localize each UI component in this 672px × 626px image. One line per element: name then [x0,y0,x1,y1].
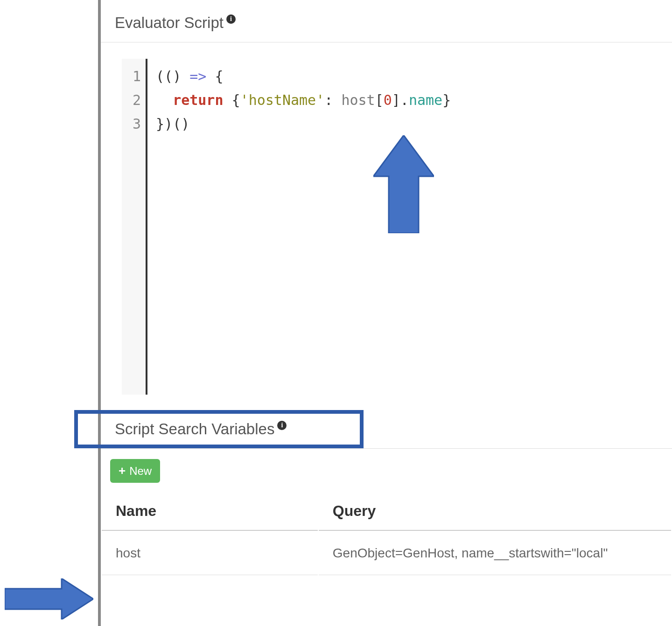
new-button[interactable]: + New [110,459,160,483]
column-header-query: Query [319,498,671,531]
code-token [333,92,341,108]
code-token [156,92,173,108]
code-token: host [341,92,375,108]
code-token: ) [164,116,173,132]
new-button-label: New [129,465,152,478]
code-token: ( [173,116,181,132]
code-token: 0 [384,92,392,108]
annotation-arrow-right-icon [5,578,93,619]
evaluator-script-header: Evaluator Script i [101,0,672,42]
table-row[interactable]: host GenObject=GenHost, name__startswith… [102,532,671,575]
code-token: ( [156,68,164,84]
code-token: : [324,92,333,108]
code-token: [ [375,92,384,108]
code-token: } [156,116,164,132]
code-token: name [409,92,442,108]
code-token: 'hostName' [240,92,325,108]
editor-panel: Evaluator Script i 1 2 3 (() => { return… [98,0,672,626]
table-header-row: Name Query [102,498,671,531]
line-number: 3 [122,112,141,136]
code-token [206,68,215,84]
code-token: . [400,92,409,108]
column-header-name: Name [102,498,318,531]
variables-table: Name Query host GenObject=GenHost, name_… [101,497,672,576]
code-editor[interactable]: 1 2 3 (() => { return {'hostName': host[… [122,59,672,395]
svg-marker-1 [5,578,93,619]
code-token [181,68,189,84]
code-token: ] [392,92,400,108]
evaluator-script-title: Evaluator Script [115,14,224,32]
info-icon[interactable]: i [277,421,287,430]
line-number: 2 [122,88,141,112]
code-token: ) [173,68,181,84]
code-token: => [189,68,206,84]
script-search-variables-section: Script Search Variables i [101,420,672,449]
code-token: } [442,92,451,108]
plus-icon: + [119,464,126,478]
info-icon[interactable]: i [226,14,236,24]
code-token: ) [181,116,189,132]
code-token: { [215,68,223,84]
code-token: ( [164,68,173,84]
line-number: 1 [122,64,141,88]
script-search-variables-title: Script Search Variables [115,420,274,438]
script-search-variables-header: Script Search Variables i [101,420,672,449]
code-token: { [232,92,240,108]
code-token [224,92,232,108]
code-gutter: 1 2 3 [122,59,147,395]
cell-name: host [102,532,318,575]
cell-query: GenObject=GenHost, name__startswith="loc… [319,532,671,575]
code-token: return [173,92,223,108]
code-textarea[interactable]: (() => { return {'hostName': host[0].nam… [147,59,672,395]
